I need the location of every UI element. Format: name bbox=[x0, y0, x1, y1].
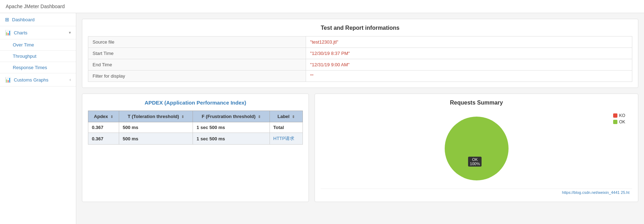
pie-legend: KO OK bbox=[613, 113, 625, 126]
apdex-cell: 500 ms bbox=[119, 133, 193, 145]
apdex-col-header[interactable]: Apdex ⇕ bbox=[88, 111, 119, 122]
pie-chart-wrapper: OK100% bbox=[438, 110, 516, 189]
sort-icon: ⇕ bbox=[292, 115, 295, 119]
sidebar: ⊞ Dashboard 📊 Charts ▾ Over Time Through… bbox=[0, 13, 76, 224]
info-value: "" bbox=[306, 71, 632, 82]
sidebar-item-throughput[interactable]: Throughput bbox=[0, 51, 76, 62]
bottom-row: APDEX (Application Performance Index) Ap… bbox=[82, 94, 638, 208]
apdex-cell: 0.367 bbox=[88, 133, 119, 145]
apdex-col-header[interactable]: F (Frustration threshold) ⇕ bbox=[193, 111, 270, 122]
info-label: End Time bbox=[88, 59, 306, 71]
requests-summary-card: Requests Summary OK100% KO bbox=[315, 94, 638, 202]
apdex-label-cell: HTTP请求 bbox=[270, 133, 302, 145]
chevron-left-icon: ‹ bbox=[70, 77, 71, 82]
sidebar-item-over-time[interactable]: Over Time bbox=[0, 39, 76, 51]
sidebar-item-label: Dashboard bbox=[12, 17, 35, 22]
requests-summary-title: Requests Summary bbox=[321, 100, 632, 106]
customs-graphs-icon: 📊 bbox=[5, 77, 11, 83]
apdex-col-header[interactable]: Label ⇕ bbox=[270, 111, 302, 122]
url-bar: https://blog.csdn.net/weixin_4441 25.ht bbox=[321, 189, 632, 196]
pie-chart bbox=[438, 110, 516, 187]
apdex-cell: 1 sec 500 ms bbox=[193, 122, 270, 133]
sidebar-item-response-times[interactable]: Response Times bbox=[0, 62, 76, 73]
apdex-label-cell: Total bbox=[270, 122, 302, 133]
pie-chart-label: OK100% bbox=[468, 157, 482, 167]
apdex-table-row: 0.367500 ms1 sec 500 msTotal bbox=[88, 122, 303, 133]
info-table-row: End Time"12/31/19 9:00 AM" bbox=[88, 59, 632, 71]
apdex-table: Apdex ⇕T (Toleration threshold) ⇕F (Frus… bbox=[88, 111, 303, 145]
info-label: Start Time bbox=[88, 48, 306, 59]
sidebar-item-charts[interactable]: 📊 Charts ▾ bbox=[0, 26, 76, 39]
apdex-card: APDEX (Application Performance Index) Ap… bbox=[82, 94, 309, 202]
ok-label: OK bbox=[619, 119, 625, 124]
report-info-card: Test and Report informations Source file… bbox=[82, 19, 638, 88]
sort-icon: ⇕ bbox=[258, 115, 261, 119]
sort-icon: ⇕ bbox=[181, 115, 184, 119]
title-bar: Apache JMeter Dashboard bbox=[0, 0, 644, 13]
sort-icon: ⇕ bbox=[110, 115, 113, 119]
apdex-table-row: 0.367500 ms1 sec 500 msHTTP请求 bbox=[88, 133, 303, 145]
apdex-title: APDEX (Application Performance Index) bbox=[88, 100, 303, 106]
info-value: "test12303.jtl" bbox=[306, 37, 632, 48]
info-label: Filter for display bbox=[88, 71, 306, 82]
sidebar-sub-label: Throughput bbox=[13, 54, 37, 59]
app-title: Apache JMeter Dashboard bbox=[6, 4, 65, 9]
sidebar-item-label: Customs Graphs bbox=[14, 77, 49, 83]
chevron-down-icon: ▾ bbox=[69, 30, 71, 35]
legend-item-ok: OK bbox=[613, 119, 625, 124]
info-table-row: Source file"test12303.jtl" bbox=[88, 37, 632, 48]
pie-chart-container: OK100% KO OK bbox=[321, 110, 632, 189]
ko-label: KO bbox=[619, 113, 625, 118]
svg-point-0 bbox=[445, 117, 509, 180]
charts-icon: 📊 bbox=[5, 30, 11, 35]
sidebar-item-dashboard[interactable]: ⊞ Dashboard bbox=[0, 13, 76, 26]
dashboard-icon: ⊞ bbox=[5, 17, 9, 22]
info-value: "12/31/19 9:00 AM" bbox=[306, 59, 632, 71]
info-label: Source file bbox=[88, 37, 306, 48]
apdex-col-header[interactable]: T (Toleration threshold) ⇕ bbox=[119, 111, 193, 122]
sidebar-sub-label: Over Time bbox=[13, 42, 34, 47]
report-info-title: Test and Report informations bbox=[88, 25, 632, 31]
apdex-cell: 0.367 bbox=[88, 122, 119, 133]
sidebar-item-label: Charts bbox=[14, 30, 27, 35]
main-content: Test and Report informations Source file… bbox=[76, 13, 644, 224]
ko-dot bbox=[613, 113, 617, 118]
sidebar-sub-label: Response Times bbox=[13, 65, 47, 70]
info-value: "12/30/19 8:37 PM" bbox=[306, 48, 632, 59]
sidebar-item-customs-graphs[interactable]: 📊 Customs Graphs ‹ bbox=[0, 73, 76, 86]
info-table-row: Start Time"12/30/19 8:37 PM" bbox=[88, 48, 632, 59]
ok-dot bbox=[613, 120, 617, 124]
apdex-cell: 1 sec 500 ms bbox=[193, 133, 270, 145]
legend-item-ko: KO bbox=[613, 113, 625, 118]
info-table-row: Filter for display"" bbox=[88, 71, 632, 82]
apdex-cell: 500 ms bbox=[119, 122, 193, 133]
info-table: Source file"test12303.jtl"Start Time"12/… bbox=[88, 36, 632, 82]
